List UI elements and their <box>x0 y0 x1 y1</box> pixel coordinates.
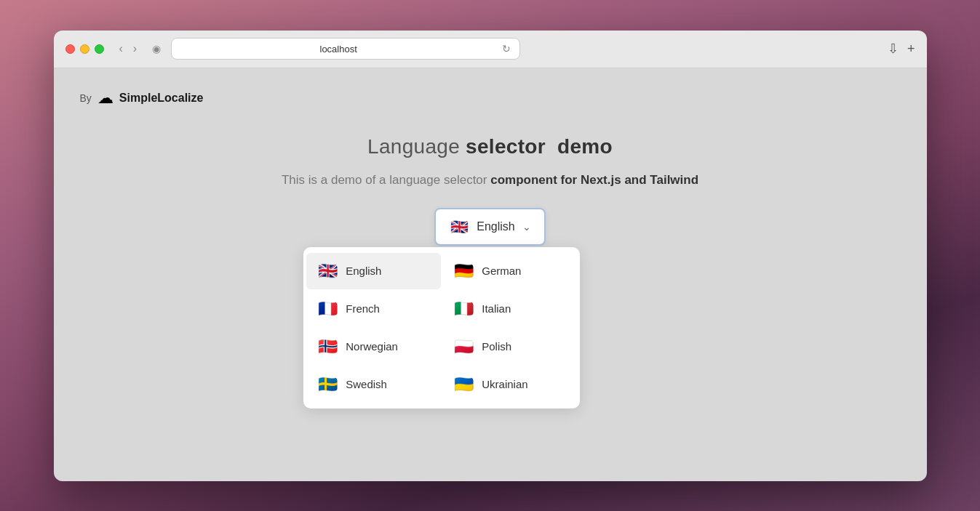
main-content: Language selector demo This is a demo of… <box>83 135 898 246</box>
label-sv: Swedish <box>346 378 387 390</box>
new-tab-button[interactable]: + <box>907 41 915 57</box>
nav-arrows: ‹ › <box>116 41 141 57</box>
flag-uk: 🇺🇦 <box>453 374 474 395</box>
title-plain: Language <box>367 135 460 158</box>
flag-en: 🇬🇧 <box>316 260 338 282</box>
flag-it: 🇮🇹 <box>453 298 474 320</box>
forward-button[interactable]: › <box>130 41 140 57</box>
shield-icon: ◉ <box>152 43 161 55</box>
flag-sv: 🇸🇪 <box>316 374 338 395</box>
close-button[interactable] <box>65 44 75 54</box>
subtitle-plain: This is a demo of a language selector co… <box>282 173 698 187</box>
language-option-pl[interactable]: 🇵🇱 Polish <box>442 329 577 365</box>
browser-content: By ☁ SimpleLocalize Language selector de… <box>54 68 927 481</box>
selected-flag: 🇬🇧 <box>449 217 469 237</box>
language-selector-button[interactable]: 🇬🇧 English ⌄ <box>434 208 545 246</box>
flag-fr: 🇫🇷 <box>316 298 338 320</box>
language-option-no[interactable]: 🇳🇴 Norwegian <box>306 329 441 365</box>
maximize-button[interactable] <box>95 44 104 54</box>
flag-pl: 🇵🇱 <box>453 336 474 358</box>
label-uk: Ukrainian <box>482 378 527 390</box>
browser-window: ‹ › ◉ localhost ↻ ⇩ + By ☁ SimpleLocaliz… <box>54 31 927 481</box>
language-selector-area: 🇬🇧 English ⌄ 🇬🇧 English 🇩🇪 German 🇫� <box>434 208 545 246</box>
language-option-it[interactable]: 🇮🇹 Italian <box>442 291 577 327</box>
back-button[interactable]: ‹ <box>116 41 127 57</box>
toolbar-right: ⇩ + <box>888 41 915 57</box>
browser-titlebar: ‹ › ◉ localhost ↻ ⇩ + <box>54 31 927 68</box>
refresh-button[interactable]: ↻ <box>502 43 511 55</box>
brand-by-label: By <box>80 92 92 104</box>
title-bold-demo: demo <box>557 135 613 158</box>
traffic-lights <box>65 44 104 54</box>
language-dropdown-menu: 🇬🇧 English 🇩🇪 German 🇫🇷 French 🇮🇹 Itali <box>303 247 580 409</box>
label-fr: French <box>346 302 380 315</box>
minimize-button[interactable] <box>80 44 89 54</box>
download-button[interactable]: ⇩ <box>888 41 899 57</box>
label-de: German <box>482 265 521 277</box>
language-option-uk[interactable]: 🇺🇦 Ukrainian <box>442 366 577 403</box>
brand-logo-icon: ☁ <box>97 89 113 108</box>
language-option-en[interactable]: 🇬🇧 English <box>306 253 441 289</box>
label-pl: Polish <box>482 340 511 353</box>
language-option-de[interactable]: 🇩🇪 German <box>442 253 577 289</box>
address-bar[interactable]: localhost ↻ <box>171 38 520 60</box>
label-no: Norwegian <box>346 340 398 353</box>
brand-header: By ☁ SimpleLocalize <box>80 89 204 108</box>
url-text: localhost <box>180 44 496 55</box>
page-subtitle: This is a demo of a language selector co… <box>282 173 698 188</box>
flag-de: 🇩🇪 <box>453 260 474 282</box>
language-option-sv[interactable]: 🇸🇪 Swedish <box>306 366 441 403</box>
selected-language-label: English <box>477 220 514 233</box>
label-en: English <box>346 265 381 277</box>
language-option-fr[interactable]: 🇫🇷 French <box>306 291 441 327</box>
chevron-down-icon: ⌄ <box>522 221 531 233</box>
flag-no: 🇳🇴 <box>316 336 338 358</box>
subtitle-bold: component for Next.js and Tailwind <box>490 173 698 187</box>
page-title: Language selector demo <box>367 135 613 158</box>
brand-name: SimpleLocalize <box>119 92 204 105</box>
label-it: Italian <box>482 302 511 315</box>
title-bold-selector: selector <box>466 135 546 158</box>
